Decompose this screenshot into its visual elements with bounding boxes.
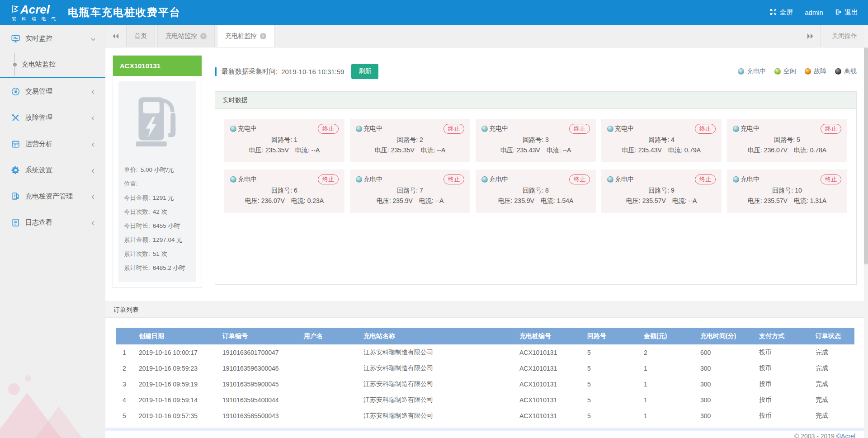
stat-value: 51 次 [153, 247, 167, 261]
circuit-card: 充电中 终止 回路号:10 电压:235.57V 电流:1.31A [727, 170, 847, 213]
brand-link[interactable]: ©Acrel [836, 433, 855, 438]
table-row[interactable]: 22019-10-16 09:59:231910163596300046江苏安科… [116, 360, 854, 376]
current-value: --A [563, 146, 571, 154]
chevron-left-icon [90, 193, 96, 199]
current-label: 电流: [794, 197, 808, 204]
charging-dot-icon [607, 176, 613, 183]
charging-dot-icon [230, 126, 236, 132]
sidebar-item-pile-assets[interactable]: 充电桩资产管理 [0, 183, 105, 209]
circuit-card: 充电中 终止 回路号:3 电压:235.43V 电流:--A [476, 119, 596, 162]
close-icon[interactable]: × [200, 33, 207, 39]
table-cell: 2019-10-16 09:59:19 [134, 376, 218, 392]
stat-label: 累计金额: [124, 233, 150, 247]
sidebar-item-label: 系统设置 [25, 166, 90, 174]
table-cell: 江苏安科瑞制造有限公司 [359, 408, 515, 424]
table-cell: 江苏安科瑞制造有限公司 [359, 392, 515, 408]
voltage-label: 电压: [500, 146, 515, 154]
table-cell: ACX1010131 [515, 360, 583, 376]
table-cell [299, 344, 359, 360]
charging-dot-icon [481, 126, 488, 132]
stat-value: 1297.04 元 [153, 233, 183, 247]
current-label: 电流: [421, 146, 435, 154]
pile-stat-row: 累计金额: 1297.04 元 [124, 233, 191, 247]
table-cell: 投币 [755, 344, 811, 360]
table-row[interactable]: 32019-10-16 09:59:191910163595900045江苏安科… [116, 376, 854, 392]
tab-home[interactable]: 首页 [126, 25, 155, 47]
pagination-strip[interactable] [105, 428, 868, 431]
current-label: 电流: [672, 197, 687, 204]
realtime-panel-title: 实时数据 [215, 92, 856, 109]
sidebar-item-settings[interactable]: 系统设置 [0, 157, 105, 183]
pile-stat-row: 位置: [124, 177, 191, 191]
circuit-value: 6 [294, 187, 297, 194]
sidebar-item-transactions[interactable]: ¥ 交易管理 [0, 78, 105, 104]
stop-button[interactable]: 终止 [821, 124, 841, 134]
current-label: 电流: [295, 146, 310, 154]
stop-button[interactable]: 终止 [443, 174, 464, 184]
stop-button[interactable]: 终止 [695, 174, 716, 184]
page-footer: © 2003 - 2019 ©Acrel [105, 431, 868, 438]
charging-station-icon [124, 94, 191, 151]
table-row[interactable]: 12019-10-16 10:00:171910163601700047江苏安科… [116, 344, 854, 360]
fullscreen-button[interactable]: 全屏 [770, 8, 793, 17]
card-status-label: 充电中 [238, 175, 257, 184]
chevron-left-icon [90, 220, 96, 225]
charging-dot-icon [356, 126, 362, 132]
sidebar-item-analysis[interactable]: 运营分析 [0, 131, 105, 157]
legend-label: 充电中 [747, 67, 766, 75]
row-index-header [116, 328, 134, 344]
voltage-label: 电压: [622, 146, 637, 154]
scrollbar-thumb[interactable] [864, 47, 868, 264]
stop-button[interactable]: 终止 [569, 124, 590, 134]
stop-button[interactable]: 终止 [821, 174, 841, 184]
table-cell: ACX1010131 [515, 376, 583, 392]
logout-button[interactable]: 退出 [835, 8, 858, 17]
sidebar-item-logs[interactable]: 日志查看 [0, 209, 105, 235]
user-menu[interactable]: admin [805, 9, 823, 16]
stop-button[interactable]: 终止 [318, 124, 339, 134]
stop-button[interactable]: 终止 [569, 174, 590, 184]
orders-column-header: 回路号 [583, 328, 639, 344]
gear-icon [11, 166, 20, 174]
vertical-scrollbar[interactable] [864, 25, 868, 438]
sidebar-item-realtime-monitor[interactable]: 实时监控 [0, 25, 105, 52]
table-cell: ACX1010131 [515, 392, 583, 408]
table-row[interactable]: 52019-10-16 09:57:351910163585500043江苏安科… [116, 408, 854, 424]
table-cell [299, 376, 359, 392]
stop-button[interactable]: 终止 [443, 124, 464, 134]
voltage-value: 236.07V [261, 197, 285, 204]
table-cell: 2019-10-16 10:00:17 [134, 344, 218, 360]
orders-column-header: 创建日期 [134, 328, 218, 344]
realtime-monitor: 最新数据采集时间: 2019-10-16 10:31:59 刷新 充电中 空闲 [215, 55, 857, 288]
stop-button[interactable]: 终止 [318, 174, 339, 184]
stat-value: 5.00 小时/元 [141, 163, 174, 177]
stat-value: 6485.2 小时 [153, 261, 185, 275]
tab-station-monitor[interactable]: 充电站监控 × [157, 25, 215, 47]
logo-flag-icon [12, 5, 19, 14]
close-icon[interactable]: × [260, 33, 266, 39]
table-cell: 5 [583, 376, 639, 392]
tabs-scroll-left-button[interactable] [105, 25, 126, 47]
stop-button[interactable]: 终止 [695, 124, 716, 134]
table-row[interactable]: 42019-10-16 09:59:141910163595400044江苏安科… [116, 392, 854, 408]
refresh-button[interactable]: 刷新 [351, 64, 378, 79]
orders-tbody: 12019-10-16 10:00:171910163601700047江苏安科… [116, 344, 854, 424]
table-cell: 1910163585500043 [218, 408, 299, 424]
table-cell: 投币 [755, 392, 811, 408]
table-cell: 1 [639, 376, 696, 392]
legend-label: 离线 [844, 67, 857, 75]
card-status-label: 充电中 [363, 175, 382, 184]
collect-time-value: 2019-10-16 10:31:59 [281, 68, 344, 75]
current-value: --A [689, 197, 697, 204]
tab-pile-monitor[interactable]: 充电桩监控 × [217, 25, 274, 47]
sidebar-item-faults[interactable]: 故障管理 [0, 104, 105, 131]
chevron-left-icon [90, 115, 96, 120]
tabs-scroll-right-button[interactable] [800, 25, 821, 47]
sidebar-item-station-monitor[interactable]: 充电站监控 [0, 52, 105, 77]
close-operations-button[interactable]: 关闭操作 [821, 25, 868, 47]
charging-dot-icon [356, 176, 362, 183]
circuit-label: 回路号: [774, 136, 795, 143]
card-status-label: 充电中 [741, 125, 760, 133]
voltage-label: 电压: [626, 197, 641, 204]
voltage-value: 235.35V [265, 146, 289, 154]
